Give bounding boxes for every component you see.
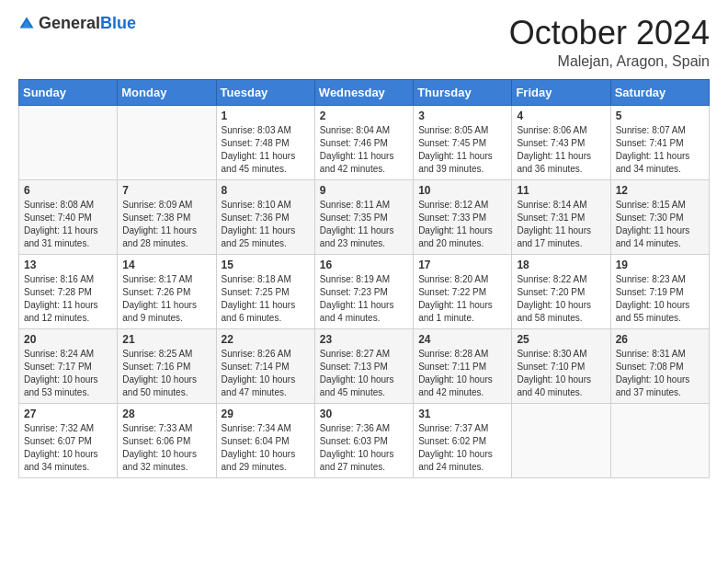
day-number: 15: [222, 259, 310, 271]
day-number: 18: [517, 259, 605, 271]
day-number: 7: [122, 184, 210, 197]
table-row: [19, 105, 118, 179]
day-number: 14: [122, 259, 210, 271]
day-number: 5: [616, 109, 704, 122]
table-row: 16Sunrise: 8:19 AMSunset: 7:23 PMDayligh…: [314, 254, 413, 328]
day-info: Sunrise: 8:26 AMSunset: 7:14 PMDaylight:…: [222, 349, 296, 397]
day-info: Sunrise: 8:11 AMSunset: 7:35 PMDaylight:…: [320, 200, 394, 248]
table-row: 17Sunrise: 8:20 AMSunset: 7:22 PMDayligh…: [414, 254, 512, 328]
logo-text-general: General: [39, 14, 100, 32]
day-info: Sunrise: 7:37 AMSunset: 6:02 PMDaylight:…: [418, 423, 493, 472]
header-wednesday: Wednesday: [314, 79, 413, 105]
day-info: Sunrise: 8:23 AMSunset: 7:19 PMDaylight:…: [616, 274, 690, 323]
page: GeneralBlue October 2024 Malejan, Aragon…: [0, 0, 728, 563]
day-info: Sunrise: 8:25 AMSunset: 7:16 PMDaylight:…: [122, 349, 197, 397]
table-row: 8Sunrise: 8:10 AMSunset: 7:36 PMDaylight…: [216, 179, 314, 254]
day-info: Sunrise: 8:05 AMSunset: 7:45 PMDaylight:…: [418, 125, 493, 174]
table-row: 4Sunrise: 8:06 AMSunset: 7:43 PMDaylight…: [512, 105, 610, 179]
table-row: 18Sunrise: 8:22 AMSunset: 7:20 PMDayligh…: [512, 254, 610, 328]
day-number: 6: [24, 184, 112, 197]
header-thursday: Thursday: [414, 79, 512, 105]
table-row: 19Sunrise: 8:23 AMSunset: 7:19 PMDayligh…: [610, 254, 709, 328]
day-info: Sunrise: 8:27 AMSunset: 7:13 PMDaylight:…: [320, 349, 394, 397]
table-row: 5Sunrise: 8:07 AMSunset: 7:41 PMDaylight…: [610, 105, 709, 179]
day-number: 22: [222, 333, 310, 346]
table-row: 2Sunrise: 8:04 AMSunset: 7:46 PMDaylight…: [314, 105, 413, 179]
day-info: Sunrise: 8:03 AMSunset: 7:48 PMDaylight:…: [222, 125, 296, 174]
day-number: 28: [122, 408, 210, 420]
table-row: 30Sunrise: 7:36 AMSunset: 6:03 PMDayligh…: [314, 403, 413, 477]
calendar-week-row: 1Sunrise: 8:03 AMSunset: 7:48 PMDaylight…: [19, 105, 710, 179]
day-info: Sunrise: 8:17 AMSunset: 7:26 PMDaylight:…: [122, 274, 197, 323]
day-info: Sunrise: 8:24 AMSunset: 7:17 PMDaylight:…: [24, 349, 98, 397]
table-row: 24Sunrise: 8:28 AMSunset: 7:11 PMDayligh…: [414, 328, 512, 403]
logo-text-blue: Blue: [100, 14, 136, 32]
day-info: Sunrise: 8:08 AMSunset: 7:40 PMDaylight:…: [24, 200, 98, 248]
day-info: Sunrise: 8:14 AMSunset: 7:31 PMDaylight:…: [517, 200, 591, 248]
day-number: 24: [418, 333, 506, 346]
day-info: Sunrise: 7:32 AMSunset: 6:07 PMDaylight:…: [24, 423, 98, 472]
table-row: 9Sunrise: 8:11 AMSunset: 7:35 PMDaylight…: [314, 179, 413, 254]
table-row: 21Sunrise: 8:25 AMSunset: 7:16 PMDayligh…: [118, 328, 216, 403]
table-row: [512, 403, 610, 477]
day-info: Sunrise: 8:12 AMSunset: 7:33 PMDaylight:…: [418, 200, 493, 248]
day-number: 4: [517, 109, 605, 122]
table-row: 29Sunrise: 7:34 AMSunset: 6:04 PMDayligh…: [216, 403, 314, 477]
day-number: 12: [616, 184, 704, 197]
day-number: 30: [320, 408, 408, 420]
day-number: 19: [616, 259, 704, 271]
table-row: 22Sunrise: 8:26 AMSunset: 7:14 PMDayligh…: [216, 328, 314, 403]
table-row: [118, 105, 216, 179]
day-number: 9: [320, 184, 408, 197]
logo: GeneralBlue: [18, 15, 136, 32]
day-info: Sunrise: 8:30 AMSunset: 7:10 PMDaylight:…: [517, 349, 591, 397]
day-number: 21: [122, 333, 210, 346]
day-info: Sunrise: 8:10 AMSunset: 7:36 PMDaylight:…: [222, 200, 296, 248]
day-info: Sunrise: 8:22 AMSunset: 7:20 PMDaylight:…: [517, 274, 591, 323]
calendar-week-row: 20Sunrise: 8:24 AMSunset: 7:17 PMDayligh…: [19, 328, 710, 403]
table-row: 20Sunrise: 8:24 AMSunset: 7:17 PMDayligh…: [19, 328, 118, 403]
title-location: Malejan, Aragon, Spain: [509, 53, 710, 70]
title-block: October 2024 Malejan, Aragon, Spain: [509, 15, 710, 70]
day-number: 20: [24, 333, 112, 346]
day-number: 3: [418, 109, 506, 122]
table-row: 6Sunrise: 8:08 AMSunset: 7:40 PMDaylight…: [19, 179, 118, 254]
table-row: 1Sunrise: 8:03 AMSunset: 7:48 PMDaylight…: [216, 105, 314, 179]
day-info: Sunrise: 7:36 AMSunset: 6:03 PMDaylight:…: [320, 423, 394, 472]
header-sunday: Sunday: [19, 79, 118, 105]
day-number: 16: [320, 259, 408, 271]
day-info: Sunrise: 8:16 AMSunset: 7:28 PMDaylight:…: [24, 274, 98, 323]
logo-icon: [18, 16, 35, 32]
table-row: 3Sunrise: 8:05 AMSunset: 7:45 PMDaylight…: [414, 105, 512, 179]
day-info: Sunrise: 8:07 AMSunset: 7:41 PMDaylight:…: [616, 125, 690, 174]
calendar-week-row: 27Sunrise: 7:32 AMSunset: 6:07 PMDayligh…: [19, 403, 710, 477]
header-tuesday: Tuesday: [216, 79, 314, 105]
day-info: Sunrise: 7:33 AMSunset: 6:06 PMDaylight:…: [122, 423, 197, 472]
table-row: 10Sunrise: 8:12 AMSunset: 7:33 PMDayligh…: [414, 179, 512, 254]
title-month: October 2024: [509, 15, 710, 52]
table-row: 12Sunrise: 8:15 AMSunset: 7:30 PMDayligh…: [610, 179, 709, 254]
table-row: 23Sunrise: 8:27 AMSunset: 7:13 PMDayligh…: [314, 328, 413, 403]
table-row: 13Sunrise: 8:16 AMSunset: 7:28 PMDayligh…: [19, 254, 118, 328]
day-number: 29: [222, 408, 310, 420]
day-number: 13: [24, 259, 112, 271]
day-info: Sunrise: 8:20 AMSunset: 7:22 PMDaylight:…: [418, 274, 493, 323]
calendar-table: Sunday Monday Tuesday Wednesday Thursday…: [18, 79, 710, 478]
day-info: Sunrise: 8:09 AMSunset: 7:38 PMDaylight:…: [122, 200, 197, 248]
day-info: Sunrise: 8:18 AMSunset: 7:25 PMDaylight:…: [222, 274, 296, 323]
day-number: 25: [517, 333, 605, 346]
table-row: 14Sunrise: 8:17 AMSunset: 7:26 PMDayligh…: [118, 254, 216, 328]
day-info: Sunrise: 7:34 AMSunset: 6:04 PMDaylight:…: [222, 423, 296, 472]
table-row: 11Sunrise: 8:14 AMSunset: 7:31 PMDayligh…: [512, 179, 610, 254]
day-number: 8: [222, 184, 310, 197]
table-row: [610, 403, 709, 477]
day-number: 10: [418, 184, 506, 197]
day-number: 1: [222, 109, 310, 122]
day-number: 27: [24, 408, 112, 420]
day-number: 2: [320, 109, 408, 122]
calendar-header-row: Sunday Monday Tuesday Wednesday Thursday…: [19, 79, 710, 105]
calendar-week-row: 6Sunrise: 8:08 AMSunset: 7:40 PMDaylight…: [19, 179, 710, 254]
day-info: Sunrise: 8:06 AMSunset: 7:43 PMDaylight:…: [517, 125, 591, 174]
day-number: 17: [418, 259, 506, 271]
calendar-week-row: 13Sunrise: 8:16 AMSunset: 7:28 PMDayligh…: [19, 254, 710, 328]
